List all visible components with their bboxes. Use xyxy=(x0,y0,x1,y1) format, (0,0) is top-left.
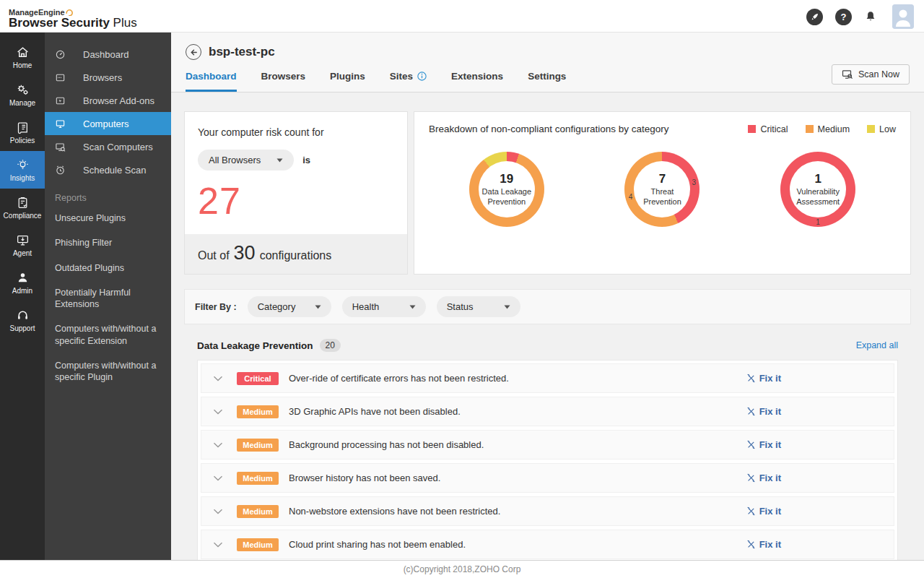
legend-swatch xyxy=(748,125,756,133)
dashboard-icon xyxy=(55,49,74,60)
issue-row[interactable]: MediumBackground processing has not been… xyxy=(201,430,894,460)
donut-label: Data Leakage Prevention xyxy=(478,186,536,207)
rail-item-agent[interactable]: Agent xyxy=(0,226,45,264)
app: ManageEngine Browser Security Plus ? Hom… xyxy=(0,0,924,578)
legend-label: Low xyxy=(879,124,896,134)
out-of-prefix: Out of xyxy=(198,249,230,262)
tab-browsers[interactable]: Browsers xyxy=(261,71,306,92)
filter-bar: Filter By : CategoryHealthStatus xyxy=(184,289,911,324)
severity-badge: Medium xyxy=(237,472,279,485)
chevron-down-icon[interactable] xyxy=(213,376,223,381)
legend-item-low: Low xyxy=(867,124,896,134)
page-header: bsp-test-pc DashboardBrowsersPluginsSite… xyxy=(171,33,924,92)
tab-label: Plugins xyxy=(330,71,365,82)
chevron-down-icon xyxy=(276,158,283,163)
back-button[interactable] xyxy=(186,44,201,60)
legend-swatch xyxy=(806,125,814,133)
gears-icon xyxy=(16,83,30,97)
issue-row[interactable]: MediumBrowser history has not been saved… xyxy=(201,463,894,493)
rail-item-support[interactable]: Support xyxy=(0,301,45,339)
browser-filter-dropdown[interactable]: All Browsers xyxy=(198,150,294,171)
filter-dropdown-status[interactable]: Status xyxy=(437,296,520,317)
sidebar-item-dashboard[interactable]: Dashboard xyxy=(45,43,171,66)
sidebar-item-browsers[interactable]: Browsers xyxy=(45,66,171,89)
fix-it-button[interactable]: Fix it xyxy=(746,373,781,384)
tab-settings[interactable]: Settings xyxy=(528,71,566,92)
sidebar-report-potentially-harmful-extensions[interactable]: Potentially Harmful Extensions xyxy=(45,280,171,317)
fix-it-button[interactable]: Fix it xyxy=(746,506,781,517)
chevron-down-icon[interactable] xyxy=(213,442,223,448)
chevron-down-icon[interactable] xyxy=(213,542,223,548)
avatar[interactable] xyxy=(892,4,914,29)
risk-count-card: Your computer risk count for All Browser… xyxy=(184,111,408,275)
fix-it-button[interactable]: Fix it xyxy=(746,539,781,550)
tab-extensions[interactable]: Extensions xyxy=(451,71,503,92)
issue-text: 3D Graphic APIs have not been disabled. xyxy=(289,406,461,417)
chevron-down-icon xyxy=(409,305,416,309)
sidebar-item-computers[interactable]: Computers xyxy=(45,112,171,135)
scan-now-button[interactable]: Scan Now xyxy=(832,64,910,85)
issue-row[interactable]: Medium3D Graphic APIs have not been disa… xyxy=(201,397,894,426)
rail-item-policies[interactable]: Policies xyxy=(0,113,45,151)
sidebar-item-browser-add-ons[interactable]: Browser Add-ons xyxy=(45,89,171,112)
sidebar-item-schedule-scan[interactable]: Schedule Scan xyxy=(45,158,171,181)
fix-it-label: Fix it xyxy=(759,506,781,517)
sidebar-report-computers-with-without-a-specific-extens[interactable]: Computers with/without a specific Extens… xyxy=(45,316,171,353)
severity-badge: Medium xyxy=(237,405,279,418)
rail-item-manage[interactable]: Manage xyxy=(0,76,45,113)
addons-icon xyxy=(55,95,74,106)
donut-charts: 19Data Leakage Prevention7Threat Prevent… xyxy=(429,152,896,227)
rocket-icon[interactable] xyxy=(806,9,823,25)
donut-value: 19 xyxy=(500,172,513,186)
notifications-icon[interactable] xyxy=(864,10,877,23)
info-icon[interactable] xyxy=(417,72,427,81)
fix-it-label: Fix it xyxy=(759,439,781,450)
filter-by-label: Filter By : xyxy=(195,302,237,312)
is-label: is xyxy=(302,155,310,165)
chart-legend: CriticalMediumLow xyxy=(748,124,896,134)
donut-label: Threat Prevention xyxy=(633,186,691,207)
fix-it-button[interactable]: Fix it xyxy=(746,406,781,417)
page-title: bsp-test-pc xyxy=(209,45,275,59)
issue-text: Cloud print sharing has not beem enabled… xyxy=(289,539,466,550)
tab-sites[interactable]: Sites xyxy=(390,71,427,92)
sidebar-report-computers-with-without-a-specific-plugin[interactable]: Computers with/without a specific Plugin xyxy=(45,353,171,390)
fix-it-button[interactable]: Fix it xyxy=(746,473,781,483)
donut-chart-vulnerability-assessment: 1Vulnerability Assessment1 xyxy=(764,152,872,227)
expand-all-link[interactable]: Expand all xyxy=(856,340,898,350)
rail-item-insights[interactable]: Insights xyxy=(0,151,45,189)
filter-dropdown-health[interactable]: Health xyxy=(342,296,426,317)
sidebar-item-scan-computers[interactable]: Scan Computers xyxy=(45,135,171,158)
category-title: Data Leakage Prevention xyxy=(197,340,313,351)
help-icon[interactable]: ? xyxy=(835,9,852,25)
donut-label: Vulnerability Assessment xyxy=(789,186,847,207)
filter-dropdown-value: Category xyxy=(258,301,296,312)
sidebar-item-label: Browser Add-ons xyxy=(83,95,154,106)
rail-item-admin[interactable]: Admin xyxy=(0,264,45,301)
chevron-down-icon[interactable] xyxy=(213,409,223,415)
issue-row[interactable]: MediumNon-webstore extensions have not b… xyxy=(201,496,894,526)
rail-item-home[interactable]: Home xyxy=(0,38,45,76)
sidebar-report-unsecure-plugins[interactable]: Unsecure Plugins xyxy=(45,206,171,230)
chevron-down-icon[interactable] xyxy=(213,475,223,481)
rail-item-label: Support xyxy=(0,324,45,332)
sidebar-report-outdated-plugins[interactable]: Outdated Plugins xyxy=(45,256,171,280)
tab-dashboard[interactable]: Dashboard xyxy=(186,71,237,92)
issue-row[interactable]: CriticalOver-ride of certificate errors … xyxy=(201,363,894,393)
donut-value: 1 xyxy=(814,172,821,186)
tab-plugins[interactable]: Plugins xyxy=(330,71,365,92)
chevron-down-icon xyxy=(315,305,321,309)
chevron-down-icon[interactable] xyxy=(213,509,223,514)
legend-label: Medium xyxy=(818,124,850,134)
filter-dropdown-category[interactable]: Category xyxy=(248,296,331,317)
sidebar-report-phishing-filter[interactable]: Phishing Filter xyxy=(45,230,171,255)
donut-chart-threat-prevention: 7Threat Prevention34 xyxy=(608,152,716,227)
donut-value: 7 xyxy=(659,172,666,186)
issue-row[interactable]: MediumCloud print sharing has not beem e… xyxy=(201,530,894,559)
clock-icon xyxy=(55,165,74,176)
filter-dropdown-value: Status xyxy=(447,301,474,312)
breakdown-card: Breakdown of non-compliant configuration… xyxy=(414,111,911,275)
rail-item-compliance[interactable]: Compliance xyxy=(0,189,45,226)
top-bar: ManageEngine Browser Security Plus ? xyxy=(0,0,924,33)
fix-it-button[interactable]: Fix it xyxy=(746,439,781,450)
